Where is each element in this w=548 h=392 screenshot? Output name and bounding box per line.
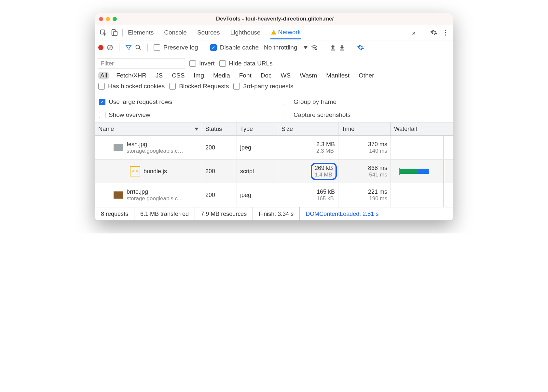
titlebar: DevTools - foul-heavenly-direction.glitc…: [95, 13, 453, 25]
third-party-label: 3rd-party requests: [243, 83, 293, 90]
cell-size: 269 kB1.4 MB: [278, 160, 338, 183]
status-transferred: 6.1 MB transferred: [134, 207, 195, 220]
col-type[interactable]: Type: [237, 122, 278, 135]
table-row[interactable]: brrto.jpgstorage.googleapis.c…200jpeg165…: [95, 183, 453, 207]
filter-icon[interactable]: [125, 44, 132, 51]
large-rows-checkbox[interactable]: [99, 99, 105, 105]
type-other[interactable]: Other: [357, 72, 376, 79]
tab-lighthouse[interactable]: Lighthouse: [230, 26, 261, 39]
cell-waterfall: [391, 160, 453, 183]
show-overview-checkbox[interactable]: [99, 112, 105, 118]
filter-bar: Filter Invert Hide data URLs All Fetch/X…: [95, 55, 453, 95]
col-name[interactable]: Name: [95, 122, 202, 135]
warning-icon: [271, 30, 276, 35]
tab-sources[interactable]: Sources: [197, 26, 221, 39]
blocked-cookies-label: Has blocked cookies: [108, 83, 165, 90]
kebab-menu-icon[interactable]: ⋮: [442, 28, 449, 37]
highlighted-size: 269 kB1.4 MB: [311, 163, 337, 180]
type-doc[interactable]: Doc: [259, 72, 274, 79]
preserve-log-checkbox[interactable]: [154, 44, 160, 51]
minimize-icon[interactable]: [106, 17, 110, 21]
blocked-cookies-checkbox[interactable]: [98, 83, 105, 90]
type-font[interactable]: Font: [237, 72, 253, 79]
type-fetch[interactable]: Fetch/XHR: [114, 72, 148, 79]
cell-status: 200: [202, 160, 237, 183]
download-har-icon[interactable]: [339, 44, 345, 51]
blocked-requests-checkbox[interactable]: [169, 83, 176, 90]
type-manifest[interactable]: Manifest: [324, 72, 351, 79]
cell-status: 200: [202, 183, 237, 207]
table-header: Name Status Type Size Time Waterfall: [95, 122, 453, 136]
device-toolbar-icon[interactable]: [109, 27, 120, 38]
tab-console[interactable]: Console: [163, 26, 187, 39]
close-icon[interactable]: [99, 17, 103, 21]
more-tabs-icon[interactable]: »: [412, 29, 416, 36]
col-waterfall[interactable]: Waterfall: [391, 122, 453, 135]
network-toolbar: Preserve log Disable cache No throttling: [95, 40, 453, 55]
settings-icon[interactable]: [430, 29, 437, 36]
inspect-element-icon[interactable]: [98, 27, 109, 38]
search-icon[interactable]: [135, 44, 142, 51]
status-dcl: DOMContentLoaded: 2.81 s: [300, 207, 384, 220]
capture-checkbox[interactable]: [284, 112, 290, 118]
cell-status: 200: [202, 136, 237, 159]
type-img[interactable]: Img: [192, 72, 206, 79]
hide-data-label: Hide data URLs: [229, 60, 273, 67]
cell-size: 2.3 MB2.3 MB: [278, 136, 338, 159]
request-name: fesh.jpg: [127, 141, 183, 148]
invert-label: Invert: [199, 60, 215, 67]
window-title: DevTools - foul-heavenly-direction.glitc…: [117, 16, 433, 22]
type-all[interactable]: All: [98, 72, 109, 79]
request-name: bundle.js: [144, 168, 167, 175]
third-party-checkbox[interactable]: [233, 83, 240, 90]
type-ws[interactable]: WS: [279, 72, 293, 79]
display-options: Use large request rows Show overview Gro…: [95, 95, 453, 122]
type-wasm[interactable]: Wasm: [298, 72, 319, 79]
zoom-icon[interactable]: [113, 17, 117, 21]
upload-har-icon[interactable]: [330, 44, 336, 51]
large-rows-label: Use large request rows: [109, 98, 172, 105]
table-row[interactable]: fesh.jpgstorage.googleapis.c…200jpeg2.3 …: [95, 136, 453, 160]
group-frame-label: Group by frame: [294, 98, 336, 105]
throttling-select[interactable]: No throttling: [264, 44, 308, 51]
tab-network-label: Network: [278, 29, 301, 36]
file-icon: [114, 144, 123, 151]
window-controls: [99, 17, 117, 21]
request-table: fesh.jpgstorage.googleapis.c…200jpeg2.3 …: [95, 136, 453, 207]
disable-cache-label: Disable cache: [220, 44, 259, 51]
type-css[interactable]: CSS: [170, 72, 186, 79]
hide-data-urls-checkbox[interactable]: [219, 60, 226, 67]
status-finish: Finish: 3.34 s: [253, 207, 300, 220]
panel-tabs: Elements Console Sources Lighthouse Netw…: [95, 25, 453, 40]
show-overview-label: Show overview: [109, 111, 150, 119]
invert-checkbox[interactable]: [189, 60, 196, 67]
type-filters: All Fetch/XHR JS CSS Img Media Font Doc …: [98, 70, 450, 81]
svg-rect-8: [331, 49, 335, 50]
col-status[interactable]: Status: [202, 122, 237, 135]
filter-placeholder: Filter: [101, 60, 114, 67]
sort-icon: [195, 128, 199, 131]
col-size[interactable]: Size: [278, 122, 338, 135]
file-icon: < >: [130, 166, 140, 176]
cell-type: jpeg: [237, 136, 278, 159]
network-conditions-icon[interactable]: [311, 45, 318, 50]
cell-waterfall: [391, 183, 453, 207]
network-settings-icon[interactable]: [357, 44, 364, 51]
tab-network[interactable]: Network: [270, 26, 302, 39]
chevron-down-icon: [304, 46, 308, 49]
record-button[interactable]: [98, 45, 103, 50]
clear-icon[interactable]: [107, 44, 113, 51]
col-time[interactable]: Time: [338, 122, 391, 135]
table-row[interactable]: < >bundle.js200script269 kB1.4 MB868 ms5…: [95, 160, 453, 183]
cell-time: 221 ms190 ms: [338, 183, 391, 207]
preserve-log-label: Preserve log: [163, 44, 198, 51]
request-name: brrto.jpg: [127, 189, 183, 195]
type-media[interactable]: Media: [211, 72, 232, 79]
svg-point-7: [315, 49, 317, 50]
type-js[interactable]: JS: [154, 72, 165, 79]
request-host: storage.googleapis.c…: [127, 148, 183, 154]
tab-elements[interactable]: Elements: [127, 26, 154, 39]
filter-input[interactable]: Filter: [98, 59, 185, 68]
disable-cache-checkbox[interactable]: [210, 44, 217, 51]
group-frame-checkbox[interactable]: [284, 99, 290, 105]
